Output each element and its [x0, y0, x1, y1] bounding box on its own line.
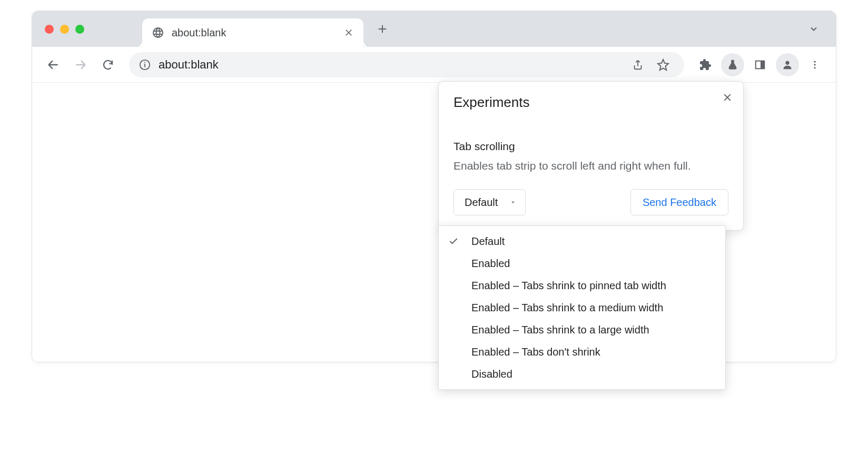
- dropdown-option-label: Disabled: [471, 368, 512, 380]
- popup-close-button[interactable]: [719, 89, 736, 106]
- popup-title: Experiments: [453, 94, 728, 111]
- window-controls: [45, 25, 84, 34]
- experiment-dropdown-list: DefaultEnabledEnabled – Tabs shrink to p…: [438, 225, 726, 390]
- dropdown-option-label: Enabled – Tabs shrink to pinned tab widt…: [471, 280, 666, 292]
- svg-rect-2: [144, 62, 145, 63]
- labs-button[interactable]: [721, 53, 744, 76]
- address-bar[interactable]: about:blank: [129, 52, 684, 77]
- dropdown-option-label: Enabled – Tabs shrink to a large width: [471, 324, 649, 336]
- svg-point-7: [814, 64, 815, 65]
- side-panel-button[interactable]: [748, 53, 772, 76]
- experiment-description: Enables tab strip to scroll left and rig…: [453, 158, 728, 173]
- window-maximize-button[interactable]: [75, 25, 84, 34]
- share-button[interactable]: [626, 53, 649, 76]
- profile-button[interactable]: [776, 53, 799, 76]
- feedback-label: Send Feedback: [643, 196, 716, 209]
- site-info-icon[interactable]: [139, 58, 151, 71]
- dropdown-option[interactable]: Default: [439, 230, 725, 252]
- window-minimize-button[interactable]: [60, 25, 69, 34]
- dropdown-option[interactable]: Disabled: [439, 363, 725, 385]
- dropdown-option[interactable]: Enabled – Tabs shrink to a large width: [439, 319, 725, 341]
- tab-close-button[interactable]: [343, 27, 354, 38]
- svg-rect-4: [761, 61, 764, 68]
- tab-list-dropdown-button[interactable]: [804, 19, 823, 38]
- browser-tab[interactable]: about:blank: [142, 18, 363, 47]
- svg-rect-1: [144, 64, 145, 67]
- address-bar-text: about:blank: [159, 58, 219, 72]
- dropdown-option-label: Default: [471, 235, 505, 248]
- dropdown-option-label: Enabled – Tabs don't shrink: [471, 346, 600, 358]
- experiments-popup: Experiments Tab scrolling Enables tab st…: [438, 81, 744, 231]
- dropdown-option-label: Enabled: [471, 258, 510, 270]
- bookmark-button[interactable]: [652, 53, 675, 76]
- experiment-select[interactable]: Default: [453, 189, 526, 215]
- svg-point-8: [814, 67, 815, 68]
- dropdown-option[interactable]: Enabled – Tabs don't shrink: [439, 341, 725, 363]
- check-icon: [448, 236, 471, 247]
- tab-strip: about:blank: [32, 11, 836, 47]
- window-close-button[interactable]: [45, 25, 54, 34]
- menu-button[interactable]: [803, 53, 826, 76]
- dropdown-option[interactable]: Enabled: [439, 252, 725, 274]
- svg-point-6: [814, 61, 815, 62]
- reload-button[interactable]: [96, 53, 120, 76]
- toolbar: about:blank: [32, 47, 836, 83]
- caret-down-icon: [509, 199, 517, 206]
- select-value: Default: [465, 196, 498, 209]
- tab-title: about:blank: [172, 27, 336, 39]
- dropdown-option[interactable]: Enabled – Tabs shrink to pinned tab widt…: [439, 274, 725, 297]
- globe-icon: [152, 26, 164, 39]
- send-feedback-button[interactable]: Send Feedback: [630, 189, 728, 215]
- dropdown-option-label: Enabled – Tabs shrink to a medium width: [471, 302, 663, 314]
- extensions-button[interactable]: [694, 53, 717, 76]
- back-button[interactable]: [42, 53, 65, 76]
- svg-point-5: [785, 61, 789, 64]
- experiment-name: Tab scrolling: [453, 140, 728, 153]
- forward-button[interactable]: [69, 53, 92, 76]
- new-tab-button[interactable]: [371, 17, 394, 41]
- dropdown-option[interactable]: Enabled – Tabs shrink to a medium width: [439, 297, 725, 319]
